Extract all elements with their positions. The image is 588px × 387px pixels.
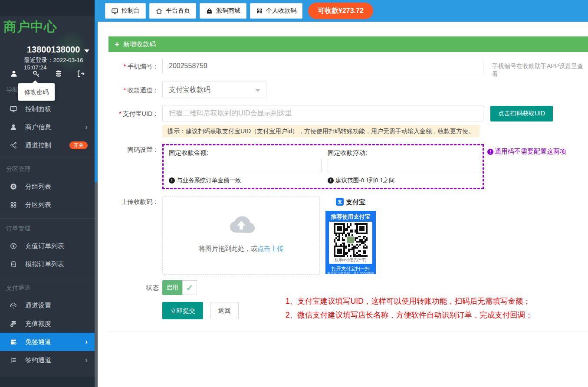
phone-number-input[interactable] — [162, 58, 483, 74]
sidebar-item-label: 模拟订单列表 — [25, 260, 64, 269]
alipay-logo-row: 支 支付宝 — [325, 198, 376, 207]
sidebar-item-group-list[interactable]: G 分组列表 — [0, 177, 95, 196]
submit-button[interactable]: 立即提交 — [162, 302, 203, 319]
sidebar-item-label: 签约通道 — [25, 356, 51, 364]
g-circle-icon: G — [10, 183, 18, 190]
cloud-upload-icon — [163, 213, 319, 233]
account-phone[interactable]: 13800138000 — [27, 45, 80, 55]
svg-text:API: API — [12, 305, 15, 307]
list-icon — [10, 356, 18, 364]
console-button-label: 控制台 — [122, 7, 140, 15]
grid-circles-icon — [10, 201, 18, 209]
database-icon[interactable] — [54, 69, 63, 78]
phone-number-label: 手机编号： — [108, 62, 159, 71]
user-icon — [10, 123, 18, 131]
scrollbar-thumb[interactable] — [95, 22, 98, 182]
sidebar-item-merchant-info[interactable]: 商户信息 — [0, 118, 95, 136]
panel-title: 新增收款码 — [123, 40, 156, 49]
universal-code-note-text: 通用码不需要配置这两项 — [495, 148, 566, 156]
scrollbar-track[interactable] — [95, 22, 98, 387]
platform-home-button-label: 平台首页 — [166, 7, 190, 15]
source-mall-button[interactable]: 源码商城 — [200, 3, 246, 19]
sidebar-item-channel-settings[interactable]: API 通道设置 — [0, 296, 95, 315]
red-note-1: 1、支付宝建议填写UID，这样可以使用转账功能，扫码后无需填写金额； — [286, 296, 531, 306]
fixed-amount-hint: 与业务系统订单金额一致 — [169, 177, 241, 184]
sidebar-item-label: 通道控制 — [25, 141, 51, 150]
back-button[interactable]: 返回 — [210, 302, 239, 319]
alipay-uid-input[interactable] — [162, 105, 483, 121]
yen-circle-icon — [10, 242, 18, 250]
qr-code-image — [334, 223, 368, 257]
cloud-api-icon: API — [10, 302, 18, 309]
red-note-2: 2、微信支付建议填写店长名称，方便软件自动识别订单，完成支付回调； — [286, 310, 533, 320]
sidebar-item-signed-channel[interactable]: 签约通道 — [0, 351, 95, 369]
info-icon — [169, 177, 175, 184]
qr-card-title: 推荐使用支付宝 — [325, 213, 376, 221]
section-title-orders: 订单管理 — [0, 220, 95, 237]
channel-select[interactable]: 支付宝收款码 — [162, 82, 266, 98]
phone-number-hint: 手机编号在收款助手APP设置里查看 — [492, 62, 588, 78]
fixed-settings-label: 固码设置： — [108, 146, 159, 154]
upload-dropzone[interactable]: 将图片拖到此处，或点击上传 — [162, 197, 320, 275]
merchant-center-page: 商户中心 13800138000 最近登录：2022-03-16 15:07:2… — [0, 0, 588, 387]
chevron-right-icon — [85, 123, 88, 131]
sidebar-item-label: 充值额度 — [25, 320, 51, 328]
sidebar-item-partition-list[interactable]: 分区列表 — [0, 196, 95, 214]
topbar: 控制台 平台首页 源码商城 个人收款码 可收款¥273.72 — [95, 0, 588, 22]
home-icon — [155, 7, 163, 15]
sidebar-item-channel-control[interactable]: 通道控制 开关 — [0, 136, 95, 154]
status-check-icon[interactable] — [182, 280, 197, 295]
alipay-qr-card: 推荐使用支付宝 快乐de小恩凡(**平) 打开支付宝扫一扫 申请官方收钱码：拨打… — [325, 211, 376, 274]
coins-plus-icon — [10, 320, 18, 328]
status-enabled-toggle[interactable]: 启用 — [162, 280, 182, 295]
fixed-float-hint: 建议范围-0.1到0.1之间 — [328, 177, 395, 184]
chevron-right-icon — [85, 356, 88, 364]
sidebar-item-recharge-quota[interactable]: 充值额度 — [0, 315, 95, 333]
universal-code-note: 通用码不需要配置这两项 — [487, 148, 566, 156]
account-caret-down-icon[interactable] — [84, 49, 89, 52]
add-qrcode-panel: 新增收款码 手机编号： 手机编号在收款助手APP设置里查看 收款通道： 支付宝收… — [108, 36, 588, 387]
shopping-bag-icon — [206, 7, 213, 15]
source-mall-button-label: 源码商城 — [216, 7, 240, 15]
caret-down-icon — [255, 89, 260, 92]
sidebar-item-label: 控制面板 — [25, 105, 51, 113]
fixed-float-hint-text: 建议范围-0.1到0.1之间 — [335, 177, 395, 184]
qr-account-name: 快乐de小恩凡(**平) — [329, 258, 372, 263]
scan-get-uid-button[interactable]: 点击扫码获取UID — [490, 106, 553, 121]
receivable-balance-pill[interactable]: 可收款¥273.72 — [308, 3, 373, 19]
qr-code-icon — [256, 7, 263, 14]
fixed-amount-input[interactable] — [169, 159, 322, 173]
key-icon[interactable] — [32, 69, 40, 78]
sidebar-item-label: 商户信息 — [25, 123, 51, 131]
click-upload-link[interactable]: 点击上传 — [257, 245, 283, 252]
fixed-settings-box: 固定收款金额: 与业务系统订单金额一致 固定收款浮动: 建议范围-0.1到0.1… — [162, 144, 484, 189]
user-icon[interactable] — [10, 69, 18, 78]
panel-header: 新增收款码 — [108, 36, 588, 52]
sidebar-nav: 控制面板 商户信息 通道控制 开关 分区管理 G 分组列表 — [0, 100, 95, 369]
fixed-float-label: 固定收款浮动: — [328, 149, 367, 157]
console-button[interactable]: 控制台 — [105, 3, 146, 19]
sidebar-item-control-panel[interactable]: 控制面板 — [0, 100, 95, 118]
sidebar-item-no-sign-channel[interactable]: 免签通道 — [0, 333, 95, 351]
info-icon — [487, 149, 493, 155]
channel-label: 收款通道： — [108, 86, 159, 95]
sidebar-footer-strip — [0, 377, 95, 387]
upload-label: 上传收款码： — [108, 198, 159, 206]
section-title-partition: 分区管理 — [0, 160, 95, 177]
logout-icon[interactable] — [76, 69, 85, 78]
notebook-icon — [10, 260, 18, 268]
sidebar-item-mock-orders[interactable]: 模拟订单列表 — [0, 255, 95, 273]
nav-section-label: 导航 — [6, 86, 18, 94]
fixed-float-input[interactable] — [328, 159, 480, 173]
drop-text: 将图片拖到此处，或点击上传 — [163, 245, 319, 253]
switch-badge: 开关 — [69, 141, 88, 149]
sidebar-item-recharge-orders[interactable]: 充值订单列表 — [0, 237, 95, 255]
section-title-pay-channels: 支付通道 — [0, 279, 95, 296]
drop-text-prefix: 将图片拖到此处，或 — [199, 245, 257, 252]
brand-title: 商户中心 — [3, 18, 57, 36]
change-password-tooltip[interactable]: 修改密码 — [18, 83, 55, 101]
sidebar-item-label: 免签通道 — [25, 338, 51, 346]
panel-bottom-divider — [108, 331, 588, 331]
platform-home-button[interactable]: 平台首页 — [149, 3, 196, 19]
personal-qr-button[interactable]: 个人收款码 — [250, 3, 302, 19]
